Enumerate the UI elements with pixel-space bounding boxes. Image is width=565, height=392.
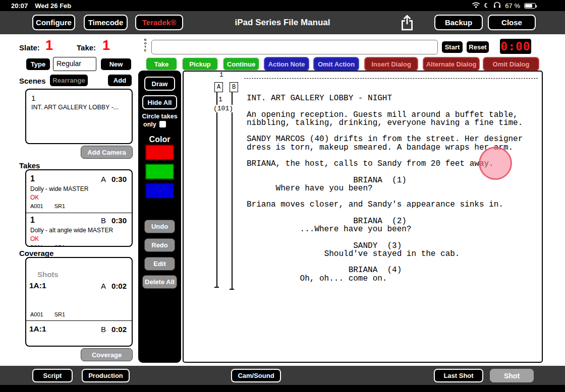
delete-all-button[interactable]: Delete All xyxy=(142,275,177,289)
color-swatch-red[interactable] xyxy=(145,145,174,160)
moon-icon: ☾ xyxy=(484,3,490,9)
color-swatch-blue[interactable] xyxy=(145,183,174,199)
bottom-toolbar: Script Production Cam/Sound Last Shot Sh… xyxy=(0,366,565,385)
take-button[interactable]: Take xyxy=(145,57,178,71)
circle-annotation[interactable] xyxy=(479,147,512,180)
hide-all-button[interactable]: Hide All xyxy=(142,95,177,109)
configure-button[interactable]: Configure xyxy=(32,15,75,30)
redo-button[interactable]: Redo xyxy=(144,238,175,252)
take-camera: A xyxy=(101,175,106,183)
take-roll: B001SR1 xyxy=(30,244,65,247)
share-icon[interactable] xyxy=(400,14,414,33)
edit-button[interactable]: Edit xyxy=(144,257,175,271)
scene-heading-text: INT. ART GALLERY LOBBY -... xyxy=(31,104,119,111)
character-line: BRIANA (1) xyxy=(247,176,523,184)
circle-takes-checkbox[interactable] xyxy=(159,121,166,127)
camera-b-line xyxy=(232,92,233,289)
character-line: BRIANA (2) xyxy=(247,217,523,225)
take-status: OK xyxy=(30,235,39,242)
status-bar: 20:07 Wed 26 Feb ☾ 67 % xyxy=(0,0,565,11)
take-row[interactable]: 1 B 0:30 Dolly - alt angle wide MASTER O… xyxy=(26,215,132,247)
new-button[interactable]: New xyxy=(100,57,132,71)
battery-percent: 67 % xyxy=(505,2,520,10)
dialog-line: Oh, oh... come on. xyxy=(247,275,523,283)
timecode-button[interactable]: Timecode xyxy=(84,15,128,30)
take-timer: 0:00 xyxy=(500,39,531,54)
take-duration: 0:30 xyxy=(111,216,127,225)
draw-tools-panel: Draw Hide All Circle takes only Color Un… xyxy=(138,71,181,363)
omit-action-button[interactable]: Omit Action xyxy=(313,57,359,71)
draw-button[interactable]: Draw xyxy=(144,77,175,91)
continue-button[interactable]: Continue xyxy=(222,57,260,71)
take-value: 1 xyxy=(102,39,110,52)
rearrange-button[interactable]: Rearrange xyxy=(49,74,89,87)
circle-takes-label: Circle takes xyxy=(138,113,181,120)
cam-sound-button[interactable]: Cam/Sound xyxy=(231,369,281,382)
teradek-button[interactable]: Teradek® xyxy=(135,15,183,30)
only-label: only xyxy=(143,121,156,128)
shots-header: Shots xyxy=(37,270,59,279)
character-line: SANDY (3) xyxy=(247,242,523,250)
omit-dialog-button[interactable]: Omit Dialog xyxy=(483,57,539,71)
action-line: Briana moves closer, and Sandy's appeara… xyxy=(247,201,523,209)
dialog-line: Should've stayed in the cab. xyxy=(247,250,523,258)
slate-value: 1 xyxy=(45,39,53,52)
coverage-row[interactable]: 1A:1 A 0:02 xyxy=(26,280,132,291)
coverage-label: Coverage xyxy=(19,249,53,257)
production-tab-button[interactable]: Production xyxy=(82,369,130,382)
action-note-button[interactable]: Action Note xyxy=(264,57,309,71)
window-title: iPad Series File Manual xyxy=(235,18,330,28)
type-value-field[interactable]: Regular xyxy=(53,57,96,71)
camera-a-flag[interactable]: A xyxy=(214,82,223,92)
take-description: Dolly - alt angle wide MASTER xyxy=(30,227,113,234)
close-button[interactable]: Close xyxy=(488,15,536,30)
coverage-row[interactable]: 1A:1 B 0:02 xyxy=(26,323,132,335)
shot-camera: B xyxy=(101,325,106,334)
coverage-button[interactable]: Coverage xyxy=(81,348,133,361)
backup-button[interactable]: Backup xyxy=(434,15,483,30)
start-button[interactable]: Start xyxy=(441,40,464,54)
home-indicator-area xyxy=(0,385,565,392)
undo-button[interactable]: Undo xyxy=(144,220,175,233)
script-page[interactable]: INT. ART GALLERY LOBBY - NIGHT An openin… xyxy=(247,94,523,283)
action-line: nibbling, talking, drinking, everyone ha… xyxy=(247,119,523,127)
camera-b-flag[interactable]: B xyxy=(230,82,238,92)
shot-duration: 0:02 xyxy=(111,325,127,334)
action-line: An opening reception. Guests mill around… xyxy=(247,111,523,119)
script-tab-button[interactable]: Script xyxy=(32,369,73,382)
color-swatch-green[interactable] xyxy=(145,164,174,179)
slate-label: Slate: xyxy=(19,43,40,52)
action-line: SANDY MARCOS (40) drifts in from the str… xyxy=(247,135,523,143)
shot-id: 1A:1 xyxy=(29,324,46,334)
note-vertical-label: NOTE xyxy=(144,38,147,52)
pickup-button[interactable]: Pickup xyxy=(182,57,218,71)
take-roll: A001SR1 xyxy=(30,203,65,209)
shot-camera: A xyxy=(101,282,106,290)
color-label: Color xyxy=(138,135,181,144)
take-duration: 0:30 xyxy=(111,175,127,183)
insert-dialog-button[interactable]: Insert Dialog xyxy=(364,57,418,71)
alternate-dialog-button[interactable]: Alternate Dialog xyxy=(423,57,480,71)
takes-list: 1 A 0:30 Dolly - wide MASTER OK A001SR1 … xyxy=(25,169,133,247)
take-camera: B xyxy=(101,216,106,225)
add-scene-button[interactable]: Add xyxy=(107,74,133,87)
shot-button[interactable]: Shot xyxy=(490,369,534,382)
reset-button[interactable]: Reset xyxy=(466,40,490,54)
add-camera-button[interactable]: Add Camera xyxy=(81,146,133,159)
divider xyxy=(26,213,132,213)
status-date: Wed 26 Feb xyxy=(35,2,71,10)
scene-list: 1 INT. ART GALLERY LOBBY -... xyxy=(25,89,133,144)
status-time: 20:07 xyxy=(11,2,28,10)
scenes-label: Scenes xyxy=(19,77,46,85)
wifi-icon xyxy=(472,2,480,10)
type-button[interactable]: Type xyxy=(25,57,51,71)
take-description: Dolly - wide MASTER xyxy=(30,185,88,192)
last-shot-button[interactable]: Last Shot xyxy=(434,369,483,382)
shot-roll: A001SR1 xyxy=(30,311,65,317)
take-label: Take: xyxy=(77,43,96,52)
camera-a-line xyxy=(216,92,217,287)
take-row[interactable]: 1 A 0:30 Dolly - wide MASTER OK A001SR1 xyxy=(26,173,132,213)
camera-a-line-end xyxy=(214,287,219,288)
coverage-list: Shots 1A:1 A 0:02 A001SR1 1A:1 B 0:02 xyxy=(25,257,133,347)
note-input[interactable] xyxy=(151,40,438,54)
